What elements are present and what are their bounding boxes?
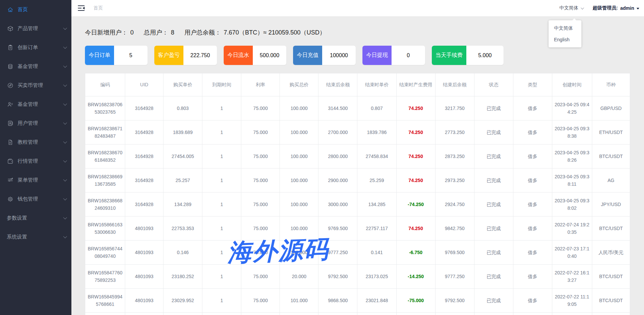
table-cell: 100.000 bbox=[280, 168, 318, 193]
sidebar-item-wallet-management[interactable]: 钱包管理 bbox=[0, 189, 71, 208]
table-cell: 1 bbox=[202, 217, 241, 241]
table-cell: 1839.786 bbox=[357, 120, 396, 144]
table-cell: 2023-04-25 09:38:26 bbox=[552, 144, 592, 168]
stat-card-value: 100000 bbox=[322, 46, 356, 65]
admin-menu[interactable]: 超级管理员: admin bbox=[593, 5, 639, 11]
table-cell: 2800.000 bbox=[318, 144, 357, 168]
table-cell: 已完成 bbox=[474, 193, 513, 217]
table-row: BRW16823866913673585316492825.257175.000… bbox=[85, 168, 630, 193]
caret-down-icon bbox=[637, 8, 639, 9]
sidebar-item-system-settings[interactable]: 系统设置 bbox=[0, 227, 71, 246]
contact-book-icon bbox=[7, 120, 14, 127]
stat-card-label: 今日提现 bbox=[362, 46, 392, 65]
table-cell: 100.000 bbox=[280, 144, 318, 168]
stat-value: 0 bbox=[130, 29, 134, 36]
stat-today-new-users: 今日新增用户：0 bbox=[85, 28, 134, 37]
edit-circle-icon bbox=[7, 82, 14, 89]
sidebar-item-menu-management[interactable]: 菜单管理 bbox=[0, 171, 71, 189]
table-cell: 101.000 bbox=[280, 289, 318, 313]
table-cell: BRW1658459945768661 bbox=[85, 289, 125, 313]
language-option-en[interactable]: English bbox=[549, 34, 581, 45]
stat-card-today-deposit: 今日充值100000 bbox=[293, 46, 356, 65]
stat-card-today-volume: 今日流水500.000 bbox=[224, 46, 286, 65]
table-cell: 借多 bbox=[513, 96, 552, 120]
chevron-down-icon bbox=[63, 102, 67, 106]
table-row: BRW1658567440804974048010930.146175.0001… bbox=[85, 241, 630, 265]
sidebar-item-home[interactable]: 首页 bbox=[0, 0, 71, 19]
sidebar-item-fund-management[interactable]: 基金管理 bbox=[0, 57, 71, 76]
stat-label: 用户总余额： bbox=[184, 29, 221, 36]
sidebar-item-innovation-orders[interactable]: 创新订单 bbox=[0, 38, 71, 57]
sidebar-item-label: 行情管理 bbox=[18, 158, 38, 164]
stat-card-value: 0 bbox=[392, 46, 425, 65]
table-cell: 75.000 bbox=[241, 241, 280, 265]
sliders-icon bbox=[7, 177, 14, 183]
table-cell: 3164928 bbox=[125, 120, 163, 144]
table-cell: 3164928 bbox=[125, 96, 163, 120]
sidebar-item-parameter-settings[interactable]: 参数设置 bbox=[0, 208, 71, 227]
sidebar-item-product-management[interactable]: 产品管理 bbox=[0, 19, 71, 38]
table-cell: 20.000 bbox=[280, 265, 318, 289]
table-row: BRW1682386718248348731649281839.689175.0… bbox=[85, 120, 630, 144]
table-row: BRW168238668246093103164928134.289175.00… bbox=[85, 193, 630, 217]
menu-collapse-icon[interactable] bbox=[78, 5, 85, 11]
table-header-cell: 结束时产生费用 bbox=[396, 73, 435, 96]
table-cell bbox=[474, 313, 513, 315]
table-cell: GBP/USD bbox=[592, 96, 630, 120]
stat-value: 8 bbox=[171, 29, 174, 36]
table-cell: 75.000 bbox=[241, 265, 280, 289]
user-lines-icon bbox=[7, 101, 14, 108]
table-cell: 2900.000 bbox=[318, 168, 357, 193]
orders-table-wrap: 编码UID购买单价到期时间利率购买总价结束后余额结束时单价结束时产生费用结束后余… bbox=[85, 73, 630, 315]
table-cell: 4801093 bbox=[125, 289, 163, 313]
table-cell: 22757.117 bbox=[357, 217, 396, 241]
table-cell bbox=[163, 313, 202, 315]
table-cell: 2022-07-24 19:20:35 bbox=[552, 217, 592, 241]
table-cell: 1 bbox=[202, 96, 241, 120]
table-cell: 100.000 bbox=[280, 217, 318, 241]
table-cell: 已完成 bbox=[474, 217, 513, 241]
table-cell: 9792.500 bbox=[318, 265, 357, 289]
table-cell: BRW16823867061848352 bbox=[85, 144, 125, 168]
table-cell: 3164928 bbox=[125, 168, 163, 193]
language-dropdown: 中文简体 English bbox=[549, 20, 581, 47]
table-cell: 75.000 bbox=[241, 217, 280, 241]
table-header-cell: 结束后余额 bbox=[318, 73, 357, 96]
table-cell: 4801093 bbox=[125, 217, 163, 241]
admin-role-label: 超级管理员: bbox=[593, 5, 618, 11]
table-header-cell: 类型 bbox=[513, 73, 552, 96]
stat-label: 总用户： bbox=[144, 29, 168, 36]
stat-card-label: 今日订单 bbox=[85, 46, 114, 65]
table-cell: 1 bbox=[202, 265, 241, 289]
table-cell: 23029.952 bbox=[163, 289, 202, 313]
table-cell: 借多 bbox=[513, 168, 552, 193]
sidebar-item-tutorial-management[interactable]: 教程管理 bbox=[0, 133, 71, 152]
sidebar-item-market-management[interactable]: 行情管理 bbox=[0, 152, 71, 171]
stat-card-label: 今日流水 bbox=[224, 46, 253, 65]
table-cell: 75.000 bbox=[241, 144, 280, 168]
table-cell: BRW16823870653023765 bbox=[85, 96, 125, 120]
table-row: BRW16584776075892253480109323180.252175.… bbox=[85, 265, 630, 289]
table-cell: 3217.750 bbox=[435, 96, 474, 120]
stat-card-value: 222.750 bbox=[183, 46, 217, 65]
table-cell: 2023-04-25 09:38:11 bbox=[552, 168, 592, 193]
sidebar-item-coin-trade-management[interactable]: 买卖币管理 bbox=[0, 76, 71, 95]
table-cell: 4801093 bbox=[125, 265, 163, 289]
table-cell: 3164928 bbox=[125, 193, 163, 217]
table-cell: 27454.005 bbox=[163, 144, 202, 168]
table-cell: 4801093 bbox=[125, 241, 163, 265]
table-cell: 27458.834 bbox=[357, 144, 396, 168]
language-option-zh[interactable]: 中文简体 bbox=[549, 23, 581, 34]
sidebar-item-user-management[interactable]: 用户管理 bbox=[0, 114, 71, 133]
table-cell: 1 bbox=[202, 241, 241, 265]
sidebar-item-fund-management-2[interactable]: 基金管理 bbox=[0, 95, 71, 114]
language-selector[interactable]: 中文简体 bbox=[559, 5, 583, 11]
table-cell: 23173.025 bbox=[357, 265, 396, 289]
stat-card-label: 今日充值 bbox=[293, 46, 322, 65]
table-cell: 3144.500 bbox=[318, 96, 357, 120]
table-row-partial bbox=[85, 313, 630, 315]
table-cell bbox=[280, 313, 318, 315]
breadcrumb[interactable]: 首页 bbox=[93, 5, 103, 11]
table-cell: 75.000 bbox=[241, 120, 280, 144]
table-cell: 2022-07-22 11:19:05 bbox=[552, 289, 592, 313]
